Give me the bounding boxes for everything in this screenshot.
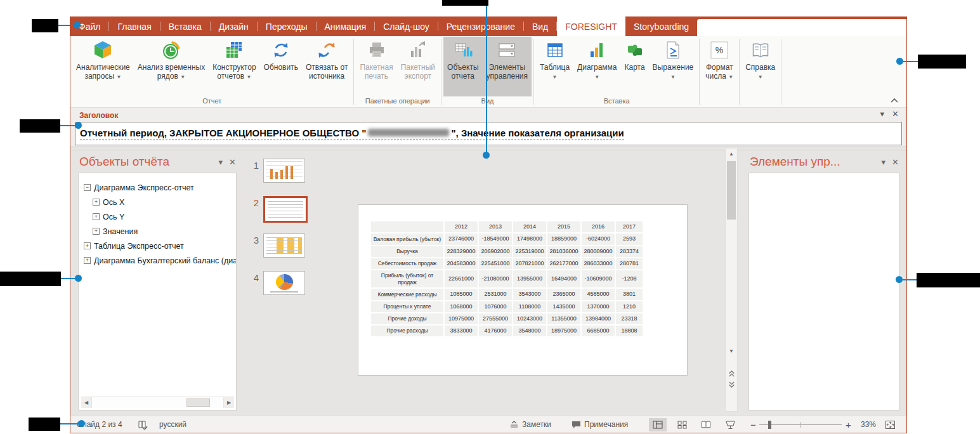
tab-главная[interactable]: Главная	[109, 16, 159, 36]
ribbon-button-refresh[interactable]: Обновить	[260, 37, 302, 96]
slideshow-view-button[interactable]	[721, 418, 739, 431]
tab-слайд-шоу[interactable]: Слайд-шоу	[375, 16, 438, 36]
previous-slide-icon[interactable]	[726, 368, 736, 378]
tab-рецензирование[interactable]: Рецензирование	[438, 16, 523, 36]
tree-item[interactable]: +Таблица Экспресс-отчет	[84, 239, 236, 253]
ribbon-button-analytical-queries[interactable]: Аналитическиезапросы ▼	[72, 37, 134, 96]
hscroll-thumb[interactable]	[186, 398, 210, 407]
slide-number: 2	[249, 196, 259, 208]
slide-thumbnail-4[interactable]: 4	[249, 271, 305, 295]
tree-item[interactable]: +Диаграмма Бухгалтерский баланс (диаг	[84, 253, 236, 268]
thumbnail-image[interactable]	[263, 159, 305, 183]
ribbon-button-insert-expression[interactable]: Выражение▼	[649, 37, 698, 96]
table-row: Выручка228329000206902000225319000281036…	[371, 246, 643, 257]
ribbon-button-insert-chart[interactable]: Диаграмма▼	[573, 37, 620, 96]
horizontal-scrollbar[interactable]: ◀ ▶	[81, 397, 234, 408]
scroll-down-icon[interactable]: ▼	[726, 346, 736, 357]
title-panel-label: Заголовок	[79, 111, 118, 120]
controls-panel-close-icon[interactable]: ✕	[892, 157, 899, 167]
language-indicator[interactable]: русский	[159, 416, 186, 433]
ribbon-button-report-builder[interactable]: Конструкторотчетов ▼	[209, 37, 259, 96]
tree-item[interactable]: +Значения	[84, 224, 236, 239]
ribbon-button-time-series-analysis[interactable]: Анализ временныхрядов ▼	[134, 37, 209, 96]
thumbnail-image[interactable]	[263, 196, 308, 223]
zoom-in-button[interactable]: +	[846, 416, 851, 433]
tab-storyboarding[interactable]: Storyboarding	[625, 16, 697, 36]
zoom-level[interactable]: 33%	[861, 416, 876, 433]
report-title-text-after: ", Значение показателя организации	[451, 128, 624, 138]
tree-item[interactable]: +Ось Y	[84, 209, 236, 224]
ribbon-group-label: Пакетные операции	[356, 96, 439, 107]
expand-node-icon[interactable]: +	[93, 228, 100, 235]
tab-переходы[interactable]: Переходы	[258, 16, 316, 36]
ribbon-button-report-objects[interactable]: Объектыотчета	[443, 37, 483, 96]
title-panel-close-icon[interactable]: ✕	[892, 109, 899, 119]
thumbnail-image[interactable]	[263, 233, 305, 258]
callout-dot	[75, 275, 82, 282]
scroll-left-icon[interactable]: ◀	[81, 397, 91, 408]
vertical-scrollbar[interactable]: ▲ ▼	[725, 148, 738, 412]
expand-node-icon[interactable]: +	[93, 213, 100, 220]
value-cell: 23746000	[445, 233, 478, 244]
ribbon-tab-bar: ФайлГлавнаяВставкаДизайнПереходыАнимация…	[70, 16, 906, 36]
tab-анимация[interactable]: Анимация	[317, 16, 375, 36]
ribbon-button-unbind-from-source[interactable]: Отвязать отисточника	[302, 37, 351, 96]
controls-panel-menu-icon[interactable]: ▾	[882, 157, 886, 167]
table-corner-cell	[371, 221, 443, 232]
vscroll-thumb[interactable]	[727, 161, 736, 220]
report-objects-menu-icon[interactable]: ▾	[219, 157, 223, 167]
slide-sorter-view-button[interactable]	[673, 418, 691, 431]
comments-icon	[572, 421, 581, 429]
next-slide-icon[interactable]	[726, 379, 736, 390]
tab-foresight[interactable]: FORESIGHT	[557, 16, 625, 36]
redacted-company-name	[368, 129, 449, 136]
title-area-blank	[697, 19, 906, 36]
zoom-slider-handle[interactable]	[768, 421, 771, 429]
zoom-out-button[interactable]: −	[750, 416, 756, 433]
notes-button[interactable]: Заметки	[509, 416, 551, 433]
report-objects-panel: Объекты отчёта ▾ ✕ −Диаграмма Экспресс-о…	[75, 152, 238, 412]
tree-item[interactable]: −Диаграмма Экспресс-отчет	[84, 180, 236, 195]
tab-дизайн[interactable]: Дизайн	[211, 16, 257, 36]
application-window: ФайлГлавнаяВставкаДизайнПереходыАнимация…	[70, 16, 907, 433]
scroll-up-icon[interactable]: ▲	[726, 148, 736, 159]
ribbon-button-insert-table[interactable]: Таблица▼	[536, 37, 573, 96]
callout-line	[58, 25, 75, 26]
normal-view-button[interactable]	[649, 418, 667, 431]
expand-node-icon[interactable]: +	[84, 257, 91, 264]
row-label-cell: Прибыль (убыток) от продаж	[371, 270, 443, 287]
slide-thumbnail-3[interactable]: 3	[249, 233, 305, 258]
ribbon-button-help[interactable]: Справка▼	[742, 37, 779, 96]
slide-thumbnail-1[interactable]: 1	[249, 159, 305, 183]
collapse-node-icon[interactable]: −	[84, 184, 91, 191]
ribbon-button-batch-export: Пакетныйэкспорт	[397, 37, 439, 96]
tree-item[interactable]: +Ось X	[84, 195, 236, 209]
scroll-right-icon[interactable]: ▶	[224, 397, 234, 408]
spell-check-icon[interactable]	[138, 416, 148, 433]
report-objects-close-icon[interactable]: ✕	[229, 157, 236, 167]
ribbon-button-number-format[interactable]: %Форматчисла ▼	[702, 37, 737, 96]
reading-view-button[interactable]	[697, 418, 715, 431]
ribbon-group-label: Вставка	[536, 96, 697, 107]
expand-node-icon[interactable]: +	[84, 242, 91, 249]
tab-вставка[interactable]: Вставка	[160, 16, 210, 36]
value-cell: 3548000	[513, 326, 546, 336]
collapse-ribbon-icon[interactable]	[890, 97, 899, 103]
ribbon-button-insert-map[interactable]: Карта	[620, 37, 648, 96]
callout-line	[903, 61, 918, 62]
slide-thumbnail-2[interactable]: 2	[249, 196, 308, 223]
zoom-slider-track[interactable]	[759, 424, 842, 425]
expand-node-icon[interactable]: +	[93, 199, 100, 206]
slide-canvas[interactable]: 201220132014201520162017Валовая прибыль …	[358, 204, 688, 376]
thumbnail-image[interactable]	[263, 271, 305, 295]
comments-button[interactable]: Примечания	[572, 416, 628, 433]
report-objects-tree: −Диаграмма Экспресс-отчет+Ось X+Ось Y+Зн…	[79, 173, 236, 268]
title-panel-menu-icon[interactable]: ▾	[880, 109, 885, 119]
tab-вид[interactable]: Вид	[524, 16, 556, 36]
report-title-textbox[interactable]: Отчетный период, ЗАКРЫТОЕ АКЦИОНЕРНОЕ ОБ…	[75, 122, 902, 145]
fit-to-window-icon[interactable]	[885, 416, 896, 433]
callout-dot	[896, 58, 903, 65]
ribbon-button-controls[interactable]: Элементыуправления	[483, 37, 532, 96]
value-cell: 4176000	[479, 326, 512, 336]
workspace-divider	[70, 150, 906, 150]
